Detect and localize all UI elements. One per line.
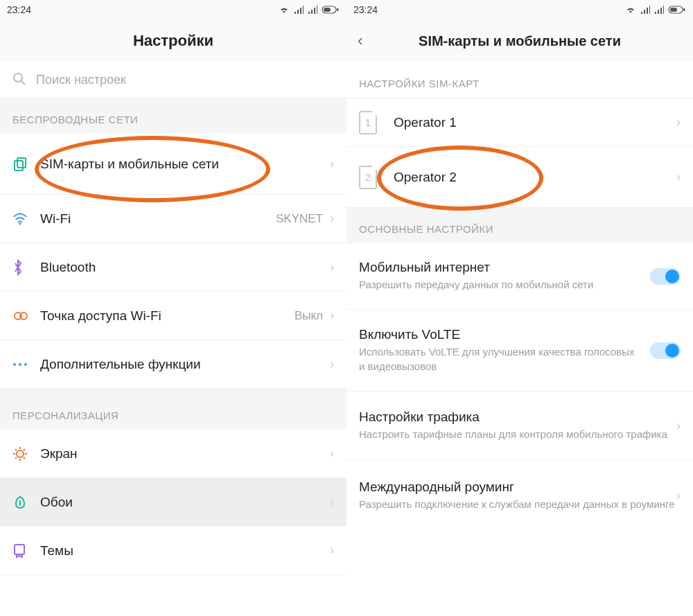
svg-line-6: [21, 81, 25, 85]
item-label: Operator 2: [394, 169, 676, 186]
svg-line-22: [15, 457, 17, 459]
hotspot-icon: [12, 310, 40, 322]
item-label: Темы: [40, 543, 330, 559]
item-label: Wi-Fi: [40, 211, 276, 227]
battery-icon: [322, 6, 340, 14]
header: ‹ SIM-карты и мобильные сети: [346, 19, 693, 62]
signal-1-icon: [640, 6, 650, 14]
item-title: Включить VoLTE: [359, 327, 643, 342]
more-icon: [12, 362, 40, 367]
sim2-icon: 2: [359, 166, 387, 189]
svg-rect-3: [337, 8, 339, 11]
item-subtitle: Разрешить передачу данных по мобильной с…: [359, 278, 643, 292]
item-wifi[interactable]: Wi-Fi SKYNET ›: [0, 195, 346, 243]
item-themes[interactable]: Темы ›: [0, 527, 346, 575]
section-sim-settings: НАСТРОЙКИ SIM-КАРТ: [346, 62, 693, 98]
chevron-right-icon: ›: [330, 211, 334, 226]
item-volte[interactable]: Включить VoLTE Использовать VoLTE для ул…: [346, 310, 693, 391]
wifi-icon: [625, 6, 636, 14]
section-main-settings: ОСНОВНЫЕ НАСТРОЙКИ: [346, 208, 693, 243]
svg-rect-4: [324, 8, 331, 12]
chevron-right-icon: ›: [330, 495, 334, 509]
section-wireless: БЕСПРОВОДНЫЕ СЕТИ: [0, 98, 346, 134]
chevron-right-icon: ›: [330, 357, 334, 371]
page-title: Настройки: [133, 32, 213, 50]
status-time: 23:24: [7, 4, 31, 15]
svg-point-15: [17, 450, 24, 457]
item-label: Экран: [40, 446, 330, 462]
sim-number: 1: [365, 117, 371, 128]
item-more[interactable]: Дополнительные функции ›: [0, 340, 346, 389]
item-mobile-internet[interactable]: Мобильный интернет Разрешить передачу да…: [346, 243, 693, 310]
chevron-right-icon: ›: [330, 543, 334, 558]
item-value: Выкл: [295, 309, 323, 323]
sim-number: 2: [365, 172, 371, 183]
svg-point-12: [13, 363, 16, 366]
svg-point-14: [24, 363, 27, 366]
item-subtitle: Использовать VoLTE для улучшения качеств…: [359, 345, 643, 373]
status-icons: [625, 6, 686, 14]
chevron-right-icon: ›: [330, 446, 334, 461]
item-traffic[interactable]: Настройки трафика Настроить тарифные пла…: [346, 391, 693, 461]
phone-left: 23:24 Настройки Поиск настроек БЕСПРОВОД…: [0, 0, 346, 616]
item-hotspot[interactable]: Точка доступа Wi-Fi Выкл ›: [0, 292, 346, 340]
item-subtitle: Разрешить подключение к службам передачи…: [359, 498, 676, 511]
section-gap: [0, 389, 346, 394]
item-title: Настройки трафика: [359, 410, 676, 425]
svg-line-23: [24, 449, 25, 450]
status-time: 23:24: [353, 4, 378, 15]
item-sim1[interactable]: 1 Operator 1 ›: [346, 98, 693, 147]
wallpaper-icon: [12, 495, 40, 510]
status-icons: [279, 6, 340, 14]
svg-rect-28: [670, 8, 677, 12]
item-roaming[interactable]: Международный роуминг Разрешить подключе…: [346, 461, 693, 530]
item-label: Дополнительные функции: [40, 356, 330, 373]
toggle-mobile-internet[interactable]: [650, 268, 681, 285]
chevron-right-icon: ›: [676, 419, 681, 433]
svg-line-21: [24, 457, 25, 459]
sim-cards-icon: [12, 157, 40, 172]
toggle-volte[interactable]: [650, 342, 681, 359]
svg-rect-8: [17, 158, 26, 168]
search-icon: [12, 72, 26, 89]
item-sim-cards[interactable]: SIM-карты и мобильные сети ›: [0, 134, 346, 195]
svg-rect-25: [15, 545, 24, 554]
chevron-right-icon: ›: [330, 157, 334, 171]
chevron-right-icon: ›: [330, 308, 334, 323]
themes-icon: [12, 543, 40, 558]
item-title: Мобильный интернет: [359, 260, 643, 275]
signal-1-icon: [294, 6, 304, 14]
wifi-icon: [12, 213, 40, 225]
search-placeholder: Поиск настроек: [36, 73, 126, 87]
page-title: SIM-карты и мобильные сети: [419, 33, 621, 49]
item-title: Международный роуминг: [359, 479, 676, 495]
section-personalization: ПЕРСОНАЛИЗАЦИЯ: [0, 394, 346, 430]
item-display[interactable]: Экран ›: [0, 430, 346, 478]
item-label: Точка доступа Wi-Fi: [40, 308, 295, 324]
back-button[interactable]: ‹: [358, 32, 362, 50]
sim1-icon: 1: [359, 111, 387, 134]
chevron-right-icon: ›: [676, 489, 681, 503]
wifi-icon: [279, 6, 290, 14]
phone-right: 23:24 ‹ SIM-карты и мобильные сети НАСТР…: [346, 0, 693, 616]
bluetooth-icon: [12, 259, 40, 276]
item-wallpaper[interactable]: Обои ›: [0, 478, 346, 527]
item-sim2[interactable]: 2 Operator 2 ›: [346, 147, 693, 208]
item-label: Bluetooth: [40, 259, 330, 276]
item-label: SIM-карты и мобильные сети: [40, 156, 330, 173]
svg-line-20: [15, 449, 17, 450]
display-icon: [12, 446, 40, 461]
status-bar: 23:24: [0, 0, 346, 19]
item-bluetooth[interactable]: Bluetooth ›: [0, 243, 346, 292]
svg-rect-7: [15, 161, 23, 170]
svg-rect-27: [683, 8, 685, 11]
chevron-right-icon: ›: [676, 170, 681, 184]
svg-point-13: [19, 363, 21, 366]
item-subtitle: Настроить тарифные планы для контроля мо…: [359, 428, 676, 441]
svg-point-5: [14, 73, 22, 82]
signal-2-icon: [308, 6, 317, 14]
search-row[interactable]: Поиск настроек: [0, 62, 346, 98]
item-value: SKYNET: [276, 212, 323, 226]
battery-icon: [668, 6, 686, 14]
chevron-right-icon: ›: [676, 115, 681, 130]
